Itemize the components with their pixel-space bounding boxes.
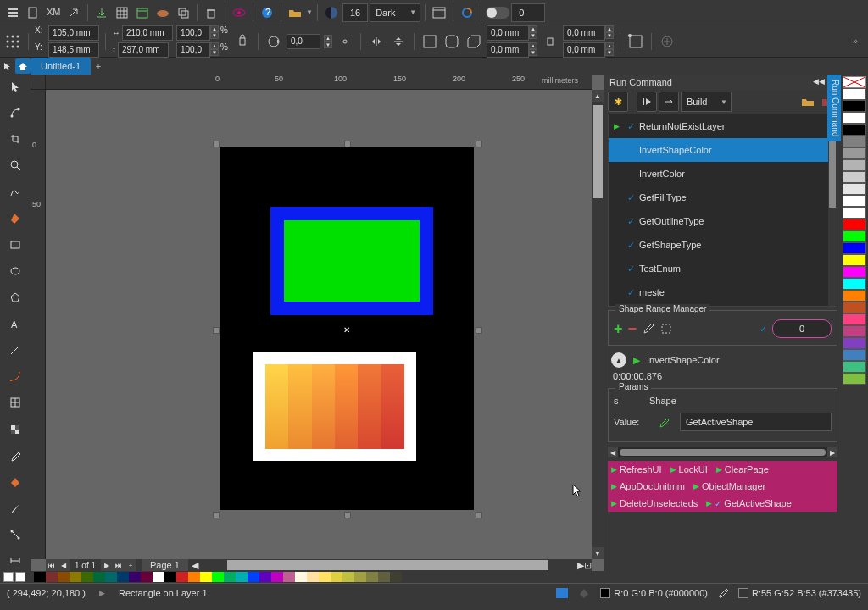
srm-check-icon[interactable]: ✓ (760, 324, 767, 335)
color-swatch[interactable] (200, 572, 212, 582)
fill-display[interactable]: R:0 G:0 B:0 (#000000) (600, 588, 708, 598)
color-swatch[interactable] (34, 572, 46, 582)
color-swatch[interactable] (843, 242, 866, 254)
color-swatch[interactable] (843, 349, 866, 361)
color-swatch[interactable] (141, 572, 153, 582)
play-exec-icon[interactable]: ▶ (633, 355, 640, 366)
sel-handle-ml[interactable] (213, 327, 220, 334)
corner-b-icon[interactable] (442, 32, 461, 51)
color-swatch[interactable] (843, 230, 866, 242)
pick-tool-small-icon[interactable] (0, 58, 15, 74)
window-icon[interactable] (430, 3, 448, 22)
grid-icon[interactable] (113, 3, 131, 22)
color-swatch[interactable] (843, 112, 866, 124)
dimension-tool-icon[interactable] (5, 552, 25, 571)
color-swatch[interactable] (224, 572, 236, 582)
transparency-tool-icon[interactable] (5, 419, 25, 439)
add-icon[interactable] (658, 32, 676, 51)
srm-remove-icon[interactable]: − (628, 320, 637, 338)
color-swatch[interactable] (843, 313, 866, 325)
color-swatch[interactable] (319, 572, 331, 582)
sel-handle-mr[interactable] (476, 327, 482, 334)
color-swatch[interactable] (295, 572, 307, 582)
crop-tool-icon[interactable] (5, 129, 25, 148)
sel-handle-bl[interactable] (213, 512, 220, 518)
run-icon[interactable] (637, 92, 657, 112)
srm-select-icon[interactable] (660, 323, 672, 335)
color-swatch[interactable] (843, 207, 866, 219)
shape-tool-icon[interactable] (5, 103, 25, 122)
build-dropdown[interactable]: Build (681, 92, 732, 112)
color-swatch[interactable] (843, 325, 866, 337)
fill-indicator-icon[interactable] (578, 587, 590, 599)
outline-pen-icon[interactable] (718, 587, 728, 599)
color-swatch[interactable] (843, 290, 866, 302)
color-swatch[interactable] (259, 572, 271, 582)
mini-right-icon[interactable]: ▶ (827, 447, 837, 458)
dark-circle-icon[interactable] (322, 3, 341, 22)
sx-field[interactable]: 100,0 (176, 25, 210, 41)
status-play-icon[interactable]: ▶ (99, 589, 105, 597)
scroll-up-button[interactable]: ▲ (592, 90, 604, 102)
color-swatch[interactable] (843, 195, 866, 207)
horizontal-scrollbar[interactable] (210, 559, 565, 571)
color-swatch[interactable] (843, 278, 866, 290)
lock-corners-icon[interactable] (541, 32, 559, 51)
color-swatch[interactable] (81, 572, 93, 582)
scroll-down-button[interactable]: ▼ (592, 547, 604, 559)
mm2a-field[interactable]: 0,0 mm (563, 25, 605, 41)
nocolor-b[interactable] (15, 572, 25, 582)
color-swatch[interactable] (843, 171, 866, 183)
srm-add-icon[interactable]: + (614, 320, 623, 338)
mm2b-field[interactable]: 0,0 mm (563, 42, 605, 58)
color-swatch[interactable] (354, 572, 366, 582)
command-item[interactable]: ✓GetOutlineType (609, 209, 837, 233)
fill-tool-icon[interactable] (5, 208, 25, 228)
outline-display[interactable]: R:55 G:52 B:53 (#373435) (738, 588, 861, 598)
interactive-fill-icon[interactable] (5, 472, 25, 491)
color-swatch[interactable] (248, 572, 259, 582)
menu-icon[interactable] (3, 3, 22, 22)
command-list[interactable]: ▶✓ReturnNotExistLayerInvertShapeColorInv… (608, 114, 837, 307)
command-item[interactable]: ▶✓ReturnNotExistLayer (609, 114, 837, 138)
corner-c-icon[interactable] (465, 32, 483, 51)
color-swatch[interactable] (843, 100, 866, 112)
rotate-icon[interactable] (264, 32, 283, 51)
color-swatch[interactable] (271, 572, 283, 582)
command-item[interactable]: ✓meste (609, 280, 837, 304)
color-swatch[interactable] (843, 337, 866, 349)
color-swatch[interactable] (331, 572, 342, 582)
docker-tab[interactable]: Run Command (827, 75, 841, 141)
sy-field[interactable]: 100,0 (176, 42, 210, 58)
command-item[interactable]: ✓GetFillType (609, 186, 837, 209)
color-swatch[interactable] (129, 572, 141, 582)
color-swatch[interactable] (188, 572, 200, 582)
eye-icon[interactable] (230, 3, 248, 22)
flip-h-icon[interactable] (367, 32, 386, 51)
spark-icon[interactable]: ✱ (608, 92, 628, 112)
color-swatch[interactable] (46, 572, 58, 582)
list-scrollbar[interactable] (828, 114, 837, 306)
calendar-icon[interactable] (133, 3, 152, 22)
y-field[interactable]: 148,5 mm (48, 42, 99, 58)
cloud-icon[interactable] (153, 3, 172, 22)
color-swatch[interactable] (93, 572, 105, 582)
hscroll-left-button[interactable]: ◀ (192, 560, 198, 571)
green-rectangle[interactable] (284, 220, 420, 302)
no-color-swatch[interactable] (843, 76, 866, 88)
freehand-tool-icon[interactable] (5, 182, 25, 202)
sel-handle-tm[interactable] (344, 141, 351, 147)
color-swatch[interactable] (236, 572, 248, 582)
pick-tool-icon[interactable] (5, 76, 25, 96)
quick-command[interactable]: ▶AppDocUnitmm (611, 481, 685, 491)
add-page-button[interactable]: + (125, 559, 136, 571)
eyedropper-tool-icon[interactable] (5, 446, 25, 465)
page-tab[interactable]: Page 1 (142, 559, 188, 571)
value-input[interactable]: GetActiveShape (680, 413, 832, 431)
step-icon[interactable] (659, 92, 679, 112)
theme-dropdown[interactable]: Dark (370, 3, 420, 22)
color-swatch[interactable] (342, 572, 354, 582)
color-swatch[interactable] (843, 183, 866, 195)
home-icon[interactable] (15, 58, 31, 74)
color-mode-icon[interactable] (556, 588, 568, 598)
